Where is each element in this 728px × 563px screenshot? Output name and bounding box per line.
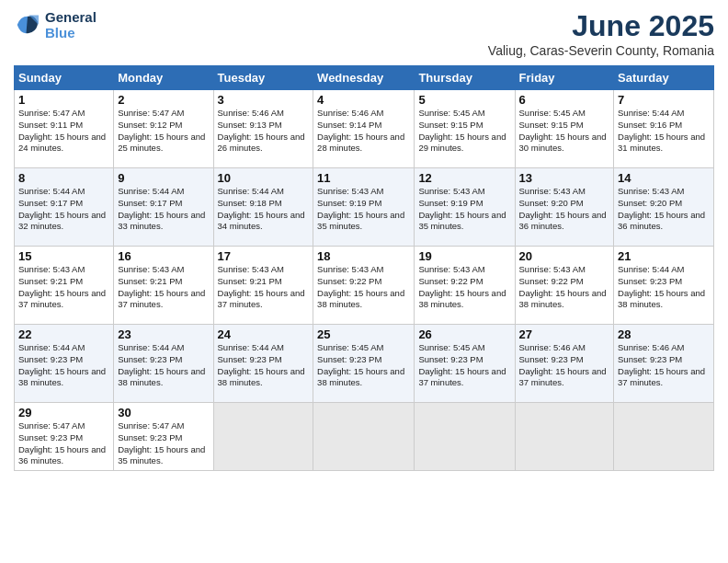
day-number: 23 (118, 327, 209, 341)
day-info: Sunrise: 5:47 AMSunset: 9:23 PMDaylight:… (118, 420, 209, 467)
calendar-cell: 26Sunrise: 5:45 AMSunset: 9:23 PMDayligh… (415, 325, 515, 403)
calendar-cell: 14Sunrise: 5:43 AMSunset: 9:20 PMDayligh… (614, 168, 714, 247)
day-info: Sunrise: 5:43 AMSunset: 9:21 PMDaylight:… (218, 264, 310, 311)
header: General Blue June 2025 Valiug, Caras-Sev… (14, 9, 714, 58)
day-info: Sunrise: 5:43 AMSunset: 9:19 PMDaylight:… (418, 186, 510, 233)
day-info: Sunrise: 5:43 AMSunset: 9:22 PMDaylight:… (418, 264, 510, 311)
day-info: Sunrise: 5:46 AMSunset: 9:23 PMDaylight:… (618, 342, 710, 389)
day-info: Sunrise: 5:44 AMSunset: 9:18 PMDaylight:… (218, 186, 310, 233)
day-number: 5 (418, 93, 510, 107)
calendar-cell: 28Sunrise: 5:46 AMSunset: 9:23 PMDayligh… (614, 325, 714, 403)
calendar-cell: 29Sunrise: 5:47 AMSunset: 9:23 PMDayligh… (15, 403, 114, 471)
day-number: 17 (218, 249, 310, 263)
calendar-week-1: 8Sunrise: 5:44 AMSunset: 9:17 PMDaylight… (15, 168, 714, 247)
calendar-cell: 2Sunrise: 5:47 AMSunset: 9:12 PMDaylight… (114, 90, 213, 168)
day-info: Sunrise: 5:45 AMSunset: 9:15 PMDaylight:… (418, 108, 510, 155)
day-number: 24 (218, 327, 310, 341)
calendar-cell: 7Sunrise: 5:44 AMSunset: 9:16 PMDaylight… (614, 90, 714, 168)
day-info: Sunrise: 5:43 AMSunset: 9:21 PMDaylight:… (118, 264, 209, 311)
day-number: 8 (18, 171, 109, 185)
day-number: 9 (118, 171, 209, 185)
day-info: Sunrise: 5:43 AMSunset: 9:22 PMDaylight:… (519, 264, 610, 311)
page: General Blue June 2025 Valiug, Caras-Sev… (0, 0, 728, 563)
day-info: Sunrise: 5:44 AMSunset: 9:16 PMDaylight:… (618, 108, 710, 155)
day-number: 12 (418, 171, 510, 185)
day-number: 1 (18, 93, 109, 107)
calendar-cell: 24Sunrise: 5:44 AMSunset: 9:23 PMDayligh… (213, 325, 313, 403)
calendar-cell: 5Sunrise: 5:45 AMSunset: 9:15 PMDaylight… (415, 90, 515, 168)
logo-icon (14, 11, 41, 39)
day-info: Sunrise: 5:44 AMSunset: 9:17 PMDaylight:… (118, 186, 209, 233)
day-number: 22 (18, 327, 109, 341)
calendar-cell (313, 403, 415, 471)
logo: General Blue (14, 9, 97, 40)
calendar-cell: 13Sunrise: 5:43 AMSunset: 9:20 PMDayligh… (515, 168, 614, 247)
calendar-cell: 23Sunrise: 5:44 AMSunset: 9:23 PMDayligh… (114, 325, 213, 403)
calendar-cell: 1Sunrise: 5:47 AMSunset: 9:11 PMDaylight… (15, 90, 114, 168)
col-header-monday: Monday (114, 66, 213, 90)
subtitle: Valiug, Caras-Severin County, Romania (488, 43, 714, 58)
day-number: 16 (118, 249, 209, 263)
calendar-cell: 8Sunrise: 5:44 AMSunset: 9:17 PMDaylight… (15, 168, 114, 247)
day-info: Sunrise: 5:46 AMSunset: 9:23 PMDaylight:… (519, 342, 610, 389)
day-info: Sunrise: 5:43 AMSunset: 9:20 PMDaylight:… (519, 186, 610, 233)
calendar-cell (213, 403, 313, 471)
day-info: Sunrise: 5:46 AMSunset: 9:13 PMDaylight:… (218, 108, 310, 155)
calendar-cell: 21Sunrise: 5:44 AMSunset: 9:23 PMDayligh… (614, 247, 714, 325)
calendar-cell: 27Sunrise: 5:46 AMSunset: 9:23 PMDayligh… (515, 325, 614, 403)
day-info: Sunrise: 5:44 AMSunset: 9:23 PMDaylight:… (218, 342, 310, 389)
day-number: 29 (18, 406, 109, 419)
day-number: 15 (18, 249, 109, 263)
day-info: Sunrise: 5:47 AMSunset: 9:11 PMDaylight:… (18, 108, 109, 155)
calendar-cell: 25Sunrise: 5:45 AMSunset: 9:23 PMDayligh… (313, 325, 415, 403)
title-block: June 2025 Valiug, Caras-Severin County, … (488, 9, 714, 58)
day-number: 14 (618, 171, 710, 185)
day-number: 18 (317, 249, 410, 263)
logo-text: General Blue (45, 9, 97, 40)
calendar-week-0: 1Sunrise: 5:47 AMSunset: 9:11 PMDaylight… (15, 90, 714, 168)
col-header-wednesday: Wednesday (313, 66, 415, 90)
calendar-cell: 17Sunrise: 5:43 AMSunset: 9:21 PMDayligh… (213, 247, 313, 325)
day-number: 20 (519, 249, 610, 263)
day-info: Sunrise: 5:45 AMSunset: 9:23 PMDaylight:… (418, 342, 510, 389)
calendar-cell: 18Sunrise: 5:43 AMSunset: 9:22 PMDayligh… (313, 247, 415, 325)
calendar-week-2: 15Sunrise: 5:43 AMSunset: 9:21 PMDayligh… (15, 247, 714, 325)
day-number: 21 (618, 249, 710, 263)
day-info: Sunrise: 5:46 AMSunset: 9:14 PMDaylight:… (317, 108, 410, 155)
calendar-cell: 4Sunrise: 5:46 AMSunset: 9:14 PMDaylight… (313, 90, 415, 168)
day-info: Sunrise: 5:43 AMSunset: 9:21 PMDaylight:… (18, 264, 109, 311)
day-number: 10 (218, 171, 310, 185)
calendar-cell: 9Sunrise: 5:44 AMSunset: 9:17 PMDaylight… (114, 168, 213, 247)
calendar-cell: 12Sunrise: 5:43 AMSunset: 9:19 PMDayligh… (415, 168, 515, 247)
day-number: 25 (317, 327, 410, 341)
calendar-cell (515, 403, 614, 471)
day-number: 26 (418, 327, 510, 341)
calendar-cell: 30Sunrise: 5:47 AMSunset: 9:23 PMDayligh… (114, 403, 213, 471)
day-info: Sunrise: 5:47 AMSunset: 9:12 PMDaylight:… (118, 108, 209, 155)
day-number: 11 (317, 171, 410, 185)
col-header-saturday: Saturday (614, 66, 714, 90)
day-info: Sunrise: 5:47 AMSunset: 9:23 PMDaylight:… (18, 420, 109, 467)
col-header-sunday: Sunday (15, 66, 114, 90)
day-info: Sunrise: 5:44 AMSunset: 9:23 PMDaylight:… (118, 342, 209, 389)
day-info: Sunrise: 5:44 AMSunset: 9:23 PMDaylight:… (18, 342, 109, 389)
col-header-tuesday: Tuesday (213, 66, 313, 90)
calendar-cell: 20Sunrise: 5:43 AMSunset: 9:22 PMDayligh… (515, 247, 614, 325)
day-info: Sunrise: 5:45 AMSunset: 9:15 PMDaylight:… (519, 108, 610, 155)
day-info: Sunrise: 5:44 AMSunset: 9:23 PMDaylight:… (618, 264, 710, 311)
day-number: 28 (618, 327, 710, 341)
day-number: 19 (418, 249, 510, 263)
day-info: Sunrise: 5:44 AMSunset: 9:17 PMDaylight:… (18, 186, 109, 233)
day-info: Sunrise: 5:43 AMSunset: 9:20 PMDaylight:… (618, 186, 710, 233)
day-number: 6 (519, 93, 610, 107)
calendar-cell: 10Sunrise: 5:44 AMSunset: 9:18 PMDayligh… (213, 168, 313, 247)
calendar-cell: 3Sunrise: 5:46 AMSunset: 9:13 PMDaylight… (213, 90, 313, 168)
day-number: 3 (218, 93, 310, 107)
calendar-header-row: SundayMondayTuesdayWednesdayThursdayFrid… (15, 66, 714, 90)
calendar-week-4: 29Sunrise: 5:47 AMSunset: 9:23 PMDayligh… (15, 403, 714, 471)
day-info: Sunrise: 5:45 AMSunset: 9:23 PMDaylight:… (317, 342, 410, 389)
day-info: Sunrise: 5:43 AMSunset: 9:22 PMDaylight:… (317, 264, 410, 311)
col-header-thursday: Thursday (415, 66, 515, 90)
day-info: Sunrise: 5:43 AMSunset: 9:19 PMDaylight:… (317, 186, 410, 233)
day-number: 7 (618, 93, 710, 107)
